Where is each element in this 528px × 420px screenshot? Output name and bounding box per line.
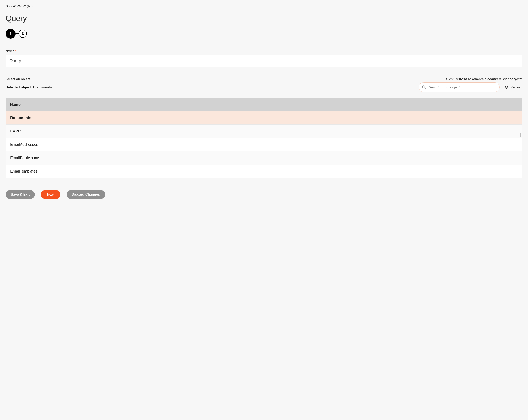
selected-object-prefix: Selected object:: [6, 85, 33, 89]
step-1[interactable]: 1: [6, 29, 15, 39]
name-label-text: NAME: [6, 49, 15, 52]
scrollbar-track[interactable]: [520, 112, 522, 178]
page-root: SugarCRM v2 (beta) Query 1 2 NAME* Selec…: [0, 0, 528, 207]
table-row[interactable]: EmailTemplates: [6, 165, 522, 178]
select-object-label: Select an object: [6, 77, 30, 81]
refresh-hint-bold: Refresh: [454, 77, 467, 81]
stepper: 1 2: [6, 29, 522, 39]
table-header-name[interactable]: Name: [6, 98, 522, 111]
object-controls-row: Selected object: Documents Refresh: [6, 82, 522, 92]
discard-button[interactable]: Discard Changes: [67, 190, 105, 199]
refresh-hint: Click Refresh to retrieve a complete lis…: [446, 77, 522, 81]
object-header-row: Select an object Click Refresh to retrie…: [6, 77, 522, 81]
refresh-icon: [504, 85, 509, 89]
selected-object-value: Documents: [33, 85, 52, 89]
object-right-controls: Refresh: [419, 82, 522, 92]
search-wrap[interactable]: [419, 82, 500, 92]
save-exit-button[interactable]: Save & Exit: [6, 190, 35, 199]
refresh-hint-suffix: to retrieve a complete list of objects: [467, 77, 522, 81]
svg-line-1: [425, 88, 426, 89]
scrollbar-thumb[interactable]: [520, 133, 521, 137]
table-row[interactable]: EmailAddresses: [6, 138, 522, 151]
search-input[interactable]: [429, 85, 496, 89]
name-field-label: NAME*: [6, 49, 522, 52]
step-connector: [15, 34, 19, 34]
table-row[interactable]: EAPM: [6, 125, 522, 138]
page-title: Query: [6, 14, 522, 23]
footer-buttons: Save & Exit Next Discard Changes: [6, 190, 522, 199]
refresh-label: Refresh: [510, 85, 522, 89]
name-input[interactable]: [6, 55, 522, 67]
step-2[interactable]: 2: [19, 30, 27, 38]
required-star: *: [15, 49, 16, 52]
table-row[interactable]: Documents: [6, 111, 522, 125]
table-body: DocumentsEAPMEmailAddressesEmailParticip…: [6, 111, 522, 178]
next-button[interactable]: Next: [41, 190, 60, 199]
search-icon: [422, 85, 426, 89]
refresh-button[interactable]: Refresh: [504, 85, 522, 89]
table-row[interactable]: EmailParticipants: [6, 151, 522, 165]
breadcrumb-link[interactable]: SugarCRM v2 (beta): [6, 4, 36, 8]
selected-object-label: Selected object: Documents: [6, 85, 52, 89]
refresh-hint-prefix: Click: [446, 77, 454, 81]
object-table: Name DocumentsEAPMEmailAddressesEmailPar…: [6, 98, 522, 178]
